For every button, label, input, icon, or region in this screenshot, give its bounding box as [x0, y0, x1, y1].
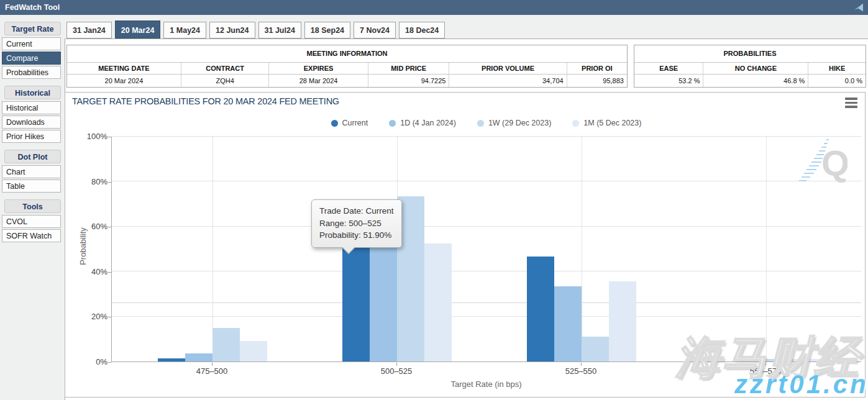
bird-icon[interactable] [854, 4, 863, 12]
bar-1d-4-jan-2024-500-525[interactable] [370, 242, 397, 361]
legend-item-current[interactable]: Current [331, 119, 368, 127]
bar-1m-5-dec-2023-475-500[interactable] [240, 341, 267, 361]
column-header-expires: EXPIRES [268, 63, 367, 75]
legend-dot-icon [477, 120, 484, 127]
probabilities-table: PROBABILITIES EASENO CHANGEHIKE 53.2 %46… [634, 45, 866, 88]
cell-value-hike: 0.0 % [808, 75, 866, 87]
sidebar-section-dot-plot: Dot Plot [4, 150, 61, 163]
bar-1d-4-jan-2024-525-550[interactable] [554, 286, 582, 361]
chart-legend: Current1D (4 Jan 2024)1W (29 Dec 2023)1M… [111, 119, 861, 127]
probabilities-value-row: 53.2 %46.8 %0.0 % [634, 75, 866, 87]
sidebar-item-current[interactable]: Current [2, 37, 61, 50]
cell-value-expires: 28 Mar 2024 [268, 75, 367, 87]
legend-dot-icon [331, 120, 338, 127]
sidebar-item-chart[interactable]: Chart [2, 165, 61, 178]
y-tick [108, 137, 111, 137]
sidebar-gap [0, 144, 65, 150]
meeting-information-value-row: 20 Mar 2024ZQH428 Mar 202494.722534,7049… [67, 75, 627, 87]
tab-20-mar24[interactable]: 20 Mar24 [115, 20, 161, 39]
legend-item-1d-4-jan-2024[interactable]: 1D (4 Jan 2024) [389, 119, 456, 127]
cell-value-prior-oi: 95,883 [567, 75, 627, 87]
bar-1m-5-dec-2023-500-525[interactable] [424, 243, 452, 361]
column-header-prior-oi: PRIOR OI [567, 63, 627, 75]
reference-line [112, 302, 861, 303]
tab-31-jan24[interactable]: 31 Jan24 [66, 22, 112, 39]
legend-item-1w-29-dec-2023[interactable]: 1W (29 Dec 2023) [477, 119, 551, 127]
bar-current-525-550[interactable] [527, 257, 554, 361]
column-header-meeting-date: MEETING DATE [67, 63, 181, 75]
quikstrike-logo-watermark: Q [798, 137, 847, 186]
legend-label: 1W (29 Dec 2023) [488, 119, 551, 127]
column-header-mid-price: MID PRICE [368, 63, 449, 75]
app-title: FedWatch Tool [5, 3, 60, 12]
bar-current-475-500[interactable] [158, 358, 185, 361]
chart-menu-icon[interactable] [845, 98, 857, 110]
meeting-information-table: MEETING INFORMATION MEETING DATECONTRACT… [66, 45, 628, 88]
y-tick [108, 227, 111, 227]
x-tick [212, 363, 212, 366]
bar-1d-4-jan-2024-475-500[interactable] [185, 353, 212, 361]
meeting-date-tabs: 31 Jan2420 Mar241 May2412 Jun2431 Jul241… [66, 22, 445, 39]
tab-18-sep24[interactable]: 18 Sep24 [304, 22, 350, 39]
tooltip-line: Trade Date: Current [319, 205, 394, 217]
y-tick-label-80: 80% [69, 177, 107, 186]
column-header-hike: HIKE [808, 63, 866, 75]
sidebar-item-cvol[interactable]: CVOL [2, 215, 61, 228]
app-header: FedWatch Tool [0, 0, 868, 15]
legend-label: 1D (4 Jan 2024) [400, 119, 456, 127]
cell-value-ease: 53.2 % [634, 75, 703, 87]
y-tick-label-100: 100% [69, 132, 107, 141]
legend-item-1m-5-dec-2023[interactable]: 1M (5 Dec 2023) [572, 119, 641, 127]
bar-1m-5-dec-2023-525-550[interactable] [609, 281, 636, 361]
column-header-no-change: NO CHANGE [703, 63, 808, 75]
x-tick-label-500-525: 500–525 [359, 366, 434, 376]
sidebar-section-tools: Tools [4, 199, 61, 213]
sidebar-item-sofr-watch[interactable]: SOFR Watch [2, 229, 61, 242]
menu-bar [845, 98, 857, 100]
tab-1-may24[interactable]: 1 May24 [163, 22, 206, 39]
y-tick-label-0: 0% [69, 357, 107, 366]
column-header-prior-volume: PRIOR VOLUME [449, 63, 566, 75]
gridline-h [112, 181, 861, 181]
meeting-information-header-row: MEETING DATECONTRACTEXPIRESMID PRICEPRIO… [67, 63, 627, 75]
cell-value-contract: ZQH4 [181, 75, 268, 87]
sidebar-section-historical: Historical [4, 86, 61, 99]
x-tick-label-525-550: 525–550 [544, 366, 618, 376]
legend-label: Current [342, 119, 368, 127]
sidebar-gap [0, 80, 65, 86]
bar-current-500-525[interactable] [342, 245, 370, 361]
tooltip-line: Probability: 51.90% [319, 229, 394, 242]
svg-text:Q: Q [821, 143, 847, 183]
y-tick-label-60: 60% [69, 222, 107, 231]
y-tick [108, 362, 111, 363]
y-tick [108, 182, 111, 183]
y-tick-label-40: 40% [69, 267, 107, 276]
y-tick [108, 272, 111, 273]
sidebar-item-historical[interactable]: Historical [2, 101, 61, 114]
probabilities-title: PROBABILITIES [634, 45, 866, 63]
tab-7-nov24[interactable]: 7 Nov24 [354, 22, 396, 39]
meeting-information-title: MEETING INFORMATION [67, 45, 627, 63]
gridline-h [112, 316, 861, 317]
sidebar-item-compare[interactable]: Compare [2, 52, 61, 65]
column-header-contract: CONTRACT [181, 63, 268, 75]
cell-value-meeting-date: 20 Mar 2024 [67, 75, 181, 87]
tab-18-dec24[interactable]: 18 Dec24 [399, 22, 445, 39]
sidebar-item-probabilities[interactable]: Probabilities [2, 66, 61, 79]
site-watermark-url: zzrt01.cn [734, 370, 868, 399]
tab-31-jul24[interactable]: 31 Jul24 [258, 22, 301, 39]
x-tick [396, 363, 397, 366]
x-tick-label-475-500: 475–500 [175, 366, 249, 376]
chart-tooltip: Trade Date: CurrentRange: 500–525Probabi… [311, 199, 402, 248]
sidebar-item-downloads[interactable]: Downloads [2, 116, 61, 129]
sidebar-item-table[interactable]: Table [2, 180, 61, 193]
bar-1w-29-dec-2023-525-550[interactable] [582, 337, 609, 361]
bar-1w-29-dec-2023-475-500[interactable] [212, 328, 240, 361]
tooltip-line: Range: 500–525 [319, 217, 394, 230]
y-tick-label-20: 20% [69, 312, 107, 321]
sidebar-item-prior-hikes[interactable]: Prior Hikes [2, 130, 61, 143]
y-tick [108, 317, 111, 317]
tab-12-jun24[interactable]: 12 Jun24 [209, 22, 255, 39]
sidebar-section-target-rate: Target Rate [4, 22, 61, 35]
gridline-v [582, 137, 582, 361]
